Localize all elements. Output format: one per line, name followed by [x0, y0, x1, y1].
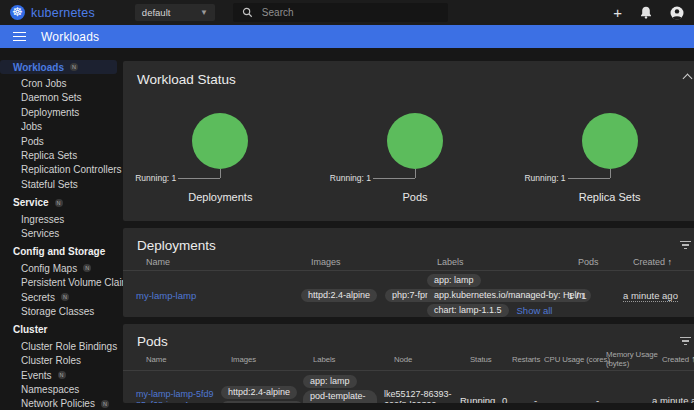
sidebar-item-secrets[interactable]: Secrets N — [0, 290, 123, 304]
show-all-link[interactable]: Show all — [517, 305, 553, 316]
namespace-selected-value: default — [142, 7, 171, 18]
pie-annotation-connector: Running: 1 — [512, 169, 694, 184]
filter-icon[interactable] — [680, 241, 691, 250]
main-content: Workload Status Running: 1 Deployments — [123, 48, 694, 410]
sidebar-item-service[interactable]: Service N — [0, 196, 123, 210]
sidebar-item-cluster-roles[interactable]: Cluster Roles — [0, 353, 123, 367]
pods-pie-chart: Running: 1 Pods — [318, 113, 513, 203]
sidebar-item-services[interactable]: Services — [0, 226, 123, 240]
image-chip: httpd:2.4-alpine — [301, 289, 377, 302]
search-icon — [242, 7, 253, 18]
label-chip: pod-template-hash: 5fd985cf68 — [303, 390, 377, 403]
column-header-status[interactable]: Status — [470, 355, 512, 364]
chevron-down-icon: ▼ — [200, 8, 208, 17]
namespaced-badge: N — [70, 63, 78, 71]
pie-annotation-connector: Running: 1 — [318, 169, 513, 184]
label-chip: app: lamp — [303, 375, 357, 388]
sidebar-section-config-and-storage: Config and Storage — [0, 245, 123, 259]
create-resource-plus-icon[interactable]: + — [613, 6, 622, 20]
sidebar-item-replica-sets[interactable]: Replica Sets — [0, 148, 123, 162]
image-chip: httpd:2.4-alpine — [221, 386, 297, 399]
collapse-chevron-up-icon[interactable] — [682, 74, 692, 84]
menu-hamburger-icon[interactable] — [13, 32, 26, 42]
deployments-card-title: Deployments — [137, 238, 216, 253]
sidebar-item-namespaces[interactable]: Namespaces — [0, 382, 123, 396]
notifications-bell-icon[interactable] — [640, 6, 652, 19]
chart-title: Deployments — [188, 191, 252, 203]
pod-cpu-usage: - — [534, 395, 596, 403]
kubernetes-logo-icon: ☸ — [10, 5, 25, 20]
deployment-name-link[interactable]: my-lamp-lamp — [136, 290, 196, 301]
column-header-cpu[interactable]: CPU Usage (cores) — [544, 355, 606, 364]
sidebar-item-storage-classes[interactable]: Storage Classes — [0, 304, 123, 318]
sidebar-item-pods[interactable]: Pods — [0, 134, 123, 148]
sidebar-item-persistent-volume-claims[interactable]: Persistent Volume Claims N — [0, 275, 123, 289]
created-timestamp[interactable]: a minute ago — [623, 290, 678, 302]
chart-title: Pods — [402, 191, 427, 203]
replica-sets-pie-chart: Running: 1 Replica Sets — [512, 113, 694, 203]
sidebar-item-deployments[interactable]: Deployments — [0, 105, 123, 119]
pie-annotation-label: Running: 1 — [135, 173, 176, 183]
column-header-images[interactable]: Images — [311, 257, 437, 267]
sidebar-item-cluster-role-bindings[interactable]: Cluster Role Bindings — [0, 339, 123, 353]
deployments-table-header: Name Images Labels Pods Created ↑ — [123, 255, 694, 271]
pie-running-slice — [582, 113, 638, 169]
node-name: lke55127-86393-622f8d09399a — [384, 389, 460, 404]
column-header-name[interactable]: Name — [146, 257, 311, 267]
sidebar-item-network-policies[interactable]: Network Policies N — [0, 397, 123, 410]
column-header-name[interactable]: Name — [146, 355, 231, 364]
sidebar-item-cron-jobs[interactable]: Cron Jobs — [0, 76, 123, 90]
label-chip: app.kubernetes.io/managed-by: Helm — [427, 289, 591, 302]
pod-name-link[interactable]: my-lamp-lamp-5fd985cf68-jwvz4 — [136, 389, 221, 403]
pod-status: Running — [460, 395, 502, 403]
label-chip: chart: lamp-1.1.5 — [427, 304, 509, 317]
sidebar-section-cluster: Cluster — [0, 323, 123, 337]
namespace-selector[interactable]: default ▼ — [135, 4, 215, 21]
image-chip: php:7-fpm-alpine — [221, 401, 303, 403]
namespaced-badge: N — [101, 400, 109, 408]
column-header-created[interactable]: Created ↑ — [662, 354, 694, 365]
sidebar-item-workloads[interactable]: Workloads N — [0, 60, 117, 74]
deployment-table-row: my-lamp-lamp httpd:2.4-alpine php:7-fpm-… — [123, 271, 694, 317]
column-header-labels[interactable]: Labels — [437, 257, 578, 267]
brand-title: kubernetes — [31, 6, 95, 20]
top-bar: ☸ kubernetes default ▼ + — [0, 0, 694, 25]
sidebar-item-stateful-sets[interactable]: Stateful Sets — [0, 177, 123, 191]
column-header-restarts[interactable]: Restarts — [512, 355, 544, 364]
sidebar-item-jobs[interactable]: Jobs — [0, 120, 123, 134]
pie-running-slice — [192, 113, 248, 169]
deployments-card: Deployments Name Images Labels Pods Crea… — [123, 228, 694, 317]
pods-card: Pods Name Images Labels Node Status Rest… — [123, 324, 694, 403]
namespaced-badge: N — [58, 371, 66, 379]
namespaced-badge: N — [55, 199, 63, 207]
pods-count: 1 / 1 — [568, 290, 623, 301]
sidebar-item-replication-controllers[interactable]: Replication Controllers — [0, 163, 123, 177]
column-header-labels[interactable]: Labels — [313, 355, 394, 364]
user-account-icon[interactable] — [670, 6, 684, 20]
sidebar-item-daemon-sets[interactable]: Daemon Sets — [0, 91, 123, 105]
pod-memory-usage: - — [596, 395, 652, 403]
column-header-images[interactable]: Images — [231, 355, 313, 364]
pods-table-header: Name Images Labels Node Status Restarts … — [123, 349, 694, 371]
pie-annotation-connector: Running: 1 — [123, 169, 318, 184]
search-input[interactable] — [262, 7, 412, 18]
column-header-pods[interactable]: Pods — [578, 257, 633, 267]
pod-restarts: 0 — [502, 395, 534, 403]
filter-icon[interactable] — [680, 337, 691, 346]
column-header-node[interactable]: Node — [394, 355, 470, 364]
workload-status-title: Workload Status — [137, 72, 236, 87]
sidebar-item-events[interactable]: Events N — [0, 368, 123, 382]
column-header-memory[interactable]: Memory Usage (bytes) — [606, 350, 662, 369]
pie-annotation-label: Running: 1 — [524, 173, 565, 183]
page-title: Workloads — [41, 30, 99, 44]
label-chip: app: lamp — [427, 274, 481, 287]
search-bar[interactable] — [233, 3, 448, 22]
sidebar-item-config-maps[interactable]: Config Maps N — [0, 261, 123, 275]
chart-title: Replica Sets — [579, 191, 641, 203]
workload-status-card: Workload Status Running: 1 Deployments — [123, 61, 694, 221]
created-timestamp[interactable]: a minute ago — [652, 395, 694, 403]
column-header-created[interactable]: Created ↑ — [633, 257, 694, 267]
sidebar-item-ingresses[interactable]: Ingresses — [0, 212, 123, 226]
pie-running-slice — [387, 113, 443, 169]
namespaced-badge: N — [61, 293, 69, 301]
